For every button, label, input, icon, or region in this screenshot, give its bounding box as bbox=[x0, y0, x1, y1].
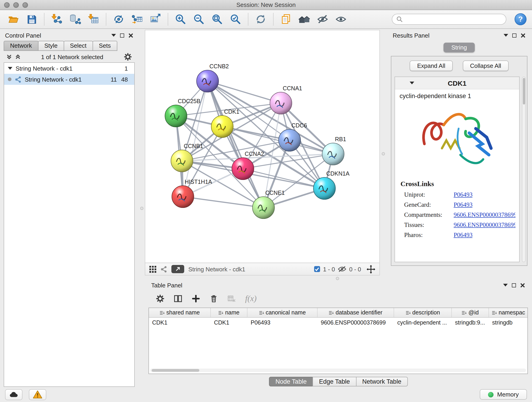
crosslink-link[interactable]: P06493 bbox=[454, 231, 473, 239]
crosslink-link[interactable]: 9606.ENSP00000378699 bbox=[454, 211, 515, 219]
close-panel-icon[interactable] bbox=[520, 33, 526, 38]
splitter-handle[interactable] bbox=[140, 207, 143, 210]
crosslink-link[interactable]: P06493 bbox=[454, 191, 473, 198]
network-icon[interactable] bbox=[160, 266, 167, 273]
expand-all-icon[interactable] bbox=[15, 54, 21, 60]
export-image-button[interactable] bbox=[147, 12, 164, 27]
column-header--id[interactable]: @id bbox=[452, 308, 489, 317]
hide-selected-button[interactable] bbox=[314, 12, 331, 27]
import-network-file-button[interactable] bbox=[48, 12, 65, 27]
protein-section-header[interactable]: CDK1 bbox=[395, 77, 519, 89]
network-canvas[interactable]: CCNB2CCNA1CDC25BCDK1CDC6RB1CCNB1CCNA2CDK… bbox=[145, 30, 380, 263]
close-window-button[interactable] bbox=[4, 2, 10, 8]
collapse-all-button[interactable]: Collapse All bbox=[463, 61, 509, 71]
birds-eye-view-icon[interactable] bbox=[149, 266, 156, 273]
search-box bbox=[392, 14, 506, 25]
gear-icon[interactable] bbox=[156, 294, 165, 303]
zoom-selected-button[interactable] bbox=[227, 12, 244, 27]
graphics-details-button[interactable] bbox=[171, 265, 184, 273]
delete-table-icon[interactable] bbox=[227, 294, 236, 303]
search-input[interactable] bbox=[405, 16, 502, 23]
network-node-CCNE1[interactable] bbox=[253, 197, 274, 219]
crosslink-row: Compartments:9606.ENSP00000378699 bbox=[395, 210, 519, 220]
delete-column-icon[interactable] bbox=[209, 294, 218, 303]
maximize-panel-icon[interactable] bbox=[512, 33, 516, 37]
column-header-database-identifier[interactable]: database identifier bbox=[317, 308, 394, 317]
network-node-HIST1H1A[interactable] bbox=[172, 186, 194, 208]
gear-icon[interactable] bbox=[124, 53, 132, 61]
maximize-panel-icon[interactable] bbox=[512, 283, 516, 287]
eye-icon bbox=[335, 13, 347, 25]
zoom-window-button[interactable] bbox=[22, 2, 28, 8]
disclosure-triangle-icon[interactable] bbox=[410, 82, 414, 84]
home-button[interactable] bbox=[296, 12, 313, 27]
tab-string[interactable]: String bbox=[443, 43, 475, 52]
crosslink-link[interactable]: P06493 bbox=[454, 201, 473, 209]
tab-node-table[interactable]: Node Table bbox=[269, 376, 313, 386]
tab-sets[interactable]: Sets bbox=[92, 41, 117, 51]
help-button[interactable]: ? bbox=[515, 13, 526, 25]
network-collection-row[interactable]: String Network - cdk1 1 bbox=[4, 63, 134, 74]
column-header-description[interactable]: description bbox=[394, 308, 452, 317]
zoom-out-button[interactable] bbox=[190, 12, 208, 27]
crosslink-link[interactable]: 9606.ENSP00000378699 bbox=[454, 221, 515, 229]
warnings-button[interactable] bbox=[29, 389, 46, 400]
show-all-button[interactable] bbox=[332, 12, 350, 27]
tab-select[interactable]: Select bbox=[63, 41, 93, 51]
column-header-name[interactable]: name bbox=[211, 308, 247, 317]
copy-document-button[interactable] bbox=[277, 12, 295, 27]
open-session-button[interactable] bbox=[5, 12, 22, 27]
minimize-window-button[interactable] bbox=[13, 2, 19, 8]
import-network-database-button[interactable] bbox=[66, 12, 84, 27]
close-panel-icon[interactable] bbox=[520, 283, 525, 288]
close-panel-icon[interactable] bbox=[128, 33, 133, 38]
hidden-eye-slash-icon bbox=[338, 266, 346, 272]
network-node-CDC6[interactable] bbox=[279, 129, 301, 151]
import-table-button[interactable] bbox=[85, 12, 102, 27]
float-panel-icon[interactable] bbox=[111, 34, 116, 37]
current-network-indicator bbox=[8, 77, 12, 81]
tab-edge-table[interactable]: Edge Table bbox=[312, 376, 356, 386]
network-to-table-button[interactable] bbox=[128, 12, 146, 27]
split-columns-icon[interactable] bbox=[174, 294, 182, 303]
splitter-handle[interactable] bbox=[382, 152, 385, 155]
add-column-icon[interactable] bbox=[191, 294, 200, 303]
network-node-CDK1[interactable] bbox=[211, 115, 233, 138]
network-node-CDKN1A[interactable] bbox=[313, 177, 336, 199]
zoom-out-icon bbox=[193, 13, 205, 25]
node-label-CCNA2: CCNA2 bbox=[245, 151, 264, 157]
network-node-CCNA2[interactable] bbox=[232, 158, 254, 180]
cloud-status-button[interactable] bbox=[5, 389, 22, 400]
memory-button[interactable]: Memory bbox=[480, 389, 527, 400]
disclosure-triangle-icon[interactable] bbox=[8, 67, 12, 70]
results-scrollbar[interactable] bbox=[522, 77, 526, 262]
new-network-selection-button[interactable] bbox=[110, 12, 127, 27]
maximize-panel-icon[interactable] bbox=[120, 33, 124, 37]
column-header-namespac[interactable]: namespac bbox=[489, 308, 528, 317]
float-panel-icon[interactable] bbox=[504, 34, 508, 37]
column-header-canonical-name[interactable]: canonical name bbox=[247, 308, 317, 317]
expand-all-button[interactable]: Expand All bbox=[410, 61, 453, 71]
tab-style[interactable]: Style bbox=[38, 41, 64, 51]
pan-crosshair-icon[interactable] bbox=[367, 265, 375, 274]
zoom-fit-button[interactable] bbox=[209, 12, 226, 27]
function-builder-button[interactable]: f(x) bbox=[245, 294, 257, 303]
splitter-handle[interactable] bbox=[336, 277, 339, 280]
table-row[interactable]: CDK1CDK1P064939606.ENSP00000378699cyclin… bbox=[149, 318, 527, 327]
network-node-RB1[interactable] bbox=[322, 143, 344, 165]
save-session-button[interactable] bbox=[23, 12, 40, 27]
collapse-all-icon[interactable] bbox=[6, 54, 12, 60]
tab-network-table[interactable]: Network Table bbox=[356, 376, 408, 386]
network-node-CCNB2[interactable] bbox=[196, 70, 219, 92]
toolbar-separator bbox=[168, 13, 168, 26]
network-node-CCNA1[interactable] bbox=[270, 92, 292, 114]
network-node-CDC25B[interactable] bbox=[165, 105, 187, 127]
table-horizontal-scrollbar[interactable] bbox=[150, 369, 526, 372]
refresh-button[interactable] bbox=[252, 12, 269, 27]
tab-network[interactable]: Network bbox=[4, 41, 38, 51]
float-panel-icon[interactable] bbox=[503, 284, 508, 287]
column-header-shared-name[interactable]: shared name bbox=[149, 308, 211, 317]
network-row[interactable]: String Network - cdk1 11 48 bbox=[4, 74, 134, 85]
zoom-in-button[interactable] bbox=[172, 12, 189, 27]
network-node-CCNB1[interactable] bbox=[171, 150, 193, 172]
